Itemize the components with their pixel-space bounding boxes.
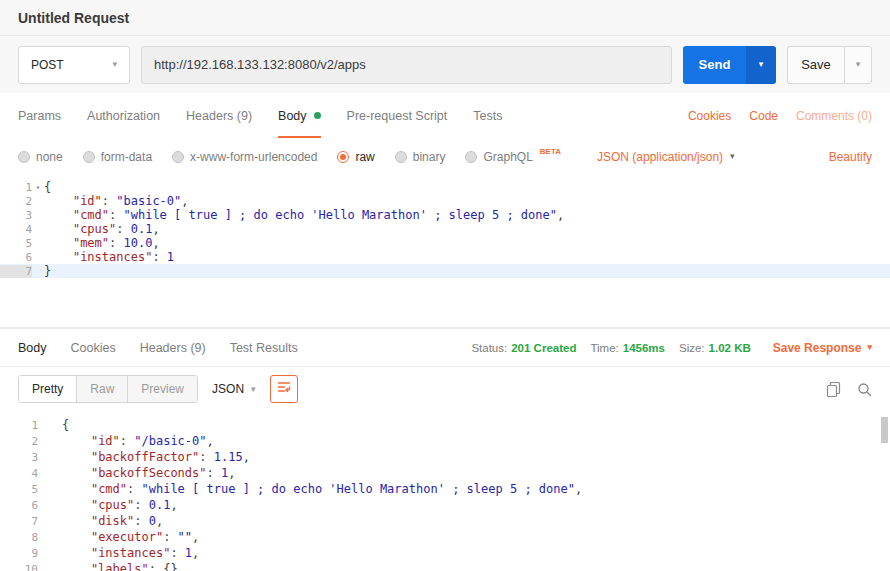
body-type-graphql[interactable]: GraphQL BETA xyxy=(465,150,561,164)
chevron-down-icon: ▾ xyxy=(730,152,735,161)
response-tab-body[interactable]: Body xyxy=(18,341,47,355)
tab-body[interactable]: Body xyxy=(278,93,321,138)
wrap-text-button[interactable] xyxy=(270,375,298,403)
radio-icon xyxy=(83,151,95,163)
response-body-editor[interactable]: 1{2 "id": "/basic-0",3 "backoffFactor": … xyxy=(0,417,890,571)
content-type-select[interactable]: JSON (application/json) ▾ xyxy=(597,150,735,164)
code-link[interactable]: Code xyxy=(749,109,778,123)
code-line[interactable]: 7} xyxy=(0,264,890,278)
request-body-editor[interactable]: 1▾{2 "id": "basic-0",3 "cmd": "while [ t… xyxy=(0,175,890,327)
response-tab-headers[interactable]: Headers (9) xyxy=(140,341,206,355)
request-tab-links: Cookies Code Comments (0) xyxy=(688,109,872,123)
code-text: "instances": 1, xyxy=(62,546,199,560)
code-line[interactable]: 10 "labels": {}, xyxy=(0,561,890,571)
http-method-select[interactable]: POST ▾ xyxy=(18,46,130,84)
code-line[interactable]: 1{ xyxy=(0,417,890,433)
code-text: "backoffFactor": 1.15, xyxy=(62,450,250,464)
tab-headers[interactable]: Headers (9) xyxy=(186,93,252,138)
code-text: "cmd": "while [ true ] ; do echo 'Hello … xyxy=(44,208,564,222)
code-line[interactable]: 7 "disk": 0, xyxy=(0,513,890,529)
view-raw[interactable]: Raw xyxy=(76,376,127,402)
http-method-value: POST xyxy=(31,58,64,72)
code-line[interactable]: 4 "backoffSeconds": 1, xyxy=(0,465,890,481)
response-toolbar-icons xyxy=(826,381,872,397)
radio-icon xyxy=(395,151,407,163)
wrap-text-icon xyxy=(277,380,291,398)
fold-icon[interactable]: ▾ xyxy=(32,183,44,192)
response-tab-cookies[interactable]: Cookies xyxy=(71,341,116,355)
line-number: 3 xyxy=(0,209,32,222)
chevron-down-icon: ▾ xyxy=(759,60,764,69)
body-type-raw[interactable]: raw xyxy=(337,150,374,164)
code-line[interactable]: 2 "id": "/basic-0", xyxy=(0,433,890,449)
save-button[interactable]: Save xyxy=(787,46,844,84)
save-label: Save xyxy=(801,57,831,72)
body-content-dot xyxy=(314,112,321,119)
request-title: Untitled Request xyxy=(18,10,129,26)
code-line[interactable]: 5 "mem": 10.0, xyxy=(0,236,890,250)
code-line[interactable]: 6 "instances": 1 xyxy=(0,250,890,264)
code-text: "id": "basic-0", xyxy=(44,194,189,208)
code-line[interactable]: 8 "executor": "", xyxy=(0,529,890,545)
body-type-form-data[interactable]: form-data xyxy=(83,150,152,164)
radio-icon xyxy=(172,151,184,163)
line-number: 8 xyxy=(0,531,38,544)
send-label: Send xyxy=(699,57,731,72)
code-line[interactable]: 9 "instances": 1, xyxy=(0,545,890,561)
comments-link[interactable]: Comments (0) xyxy=(796,109,872,123)
response-meta: Status: 201 Created Time: 1456ms Size: 1… xyxy=(471,341,872,355)
code-line[interactable]: 5 "cmd": "while [ true ] ; do echo 'Hell… xyxy=(0,481,890,497)
size-value: 1.02 KB xyxy=(709,342,751,354)
code-line[interactable]: 1▾{ xyxy=(0,180,890,194)
code-text: "executor": "", xyxy=(62,530,199,544)
code-line[interactable]: 6 "cpus": 0.1, xyxy=(0,497,890,513)
line-number: 2 xyxy=(0,435,38,448)
code-text: "backoffSeconds": 1, xyxy=(62,466,235,480)
line-number: 1 xyxy=(0,181,32,194)
beautify-link[interactable]: Beautify xyxy=(829,150,872,164)
url-input[interactable] xyxy=(141,46,672,84)
chevron-down-icon: ▾ xyxy=(251,385,256,394)
code-line[interactable]: 4 "cpus": 0.1, xyxy=(0,222,890,236)
response-tabs: Body Cookies Headers (9) Test Results St… xyxy=(0,327,890,367)
tab-authorization[interactable]: Authorization xyxy=(87,93,160,138)
tab-params[interactable]: Params xyxy=(18,93,61,138)
request-tabs: Params Authorization Headers (9) Body Pr… xyxy=(0,93,890,138)
send-split-button: Send ▾ xyxy=(683,46,776,84)
response-format-select[interactable]: JSON ▾ xyxy=(212,382,256,396)
send-button[interactable]: Send xyxy=(683,46,746,84)
code-line[interactable]: 3 "backoffFactor": 1.15, xyxy=(0,449,890,465)
search-icon[interactable] xyxy=(857,382,872,397)
code-text: { xyxy=(62,418,69,432)
chevron-down-icon: ▾ xyxy=(112,60,117,69)
radio-icon xyxy=(465,151,477,163)
view-pretty[interactable]: Pretty xyxy=(19,376,76,402)
tab-pre-request-script[interactable]: Pre-request Script xyxy=(347,93,448,138)
code-text: } xyxy=(44,264,51,278)
code-line[interactable]: 3 "cmd": "while [ true ] ; do echo 'Hell… xyxy=(0,208,890,222)
save-response-button[interactable]: Save Response ▾ xyxy=(773,341,872,355)
code-text: "cmd": "while [ true ] ; do echo 'Hello … xyxy=(62,482,582,496)
send-options-button[interactable]: ▾ xyxy=(746,46,776,84)
line-number: 5 xyxy=(0,237,32,250)
code-line[interactable]: 2 "id": "basic-0", xyxy=(0,194,890,208)
size-meta: Size: 1.02 KB xyxy=(679,342,751,354)
response-view-switcher: Pretty Raw Preview xyxy=(18,375,198,403)
status-meta: Status: 201 Created xyxy=(471,342,576,354)
copy-icon[interactable] xyxy=(826,381,841,397)
radio-icon xyxy=(18,151,30,163)
save-options-button[interactable]: ▾ xyxy=(844,46,872,84)
tab-tests[interactable]: Tests xyxy=(473,93,502,138)
chevron-down-icon: ▾ xyxy=(856,60,861,69)
vertical-scrollbar[interactable] xyxy=(881,417,888,443)
response-tab-test-results[interactable]: Test Results xyxy=(230,341,298,355)
line-number: 7 xyxy=(0,515,38,528)
code-text: { xyxy=(44,180,51,194)
line-number: 4 xyxy=(0,223,32,236)
body-type-binary[interactable]: binary xyxy=(395,150,446,164)
line-number: 3 xyxy=(0,451,38,464)
body-type-x-www-form-urlencoded[interactable]: x-www-form-urlencoded xyxy=(172,150,317,164)
cookies-link[interactable]: Cookies xyxy=(688,109,731,123)
view-preview[interactable]: Preview xyxy=(127,376,197,402)
body-type-none[interactable]: none xyxy=(18,150,63,164)
